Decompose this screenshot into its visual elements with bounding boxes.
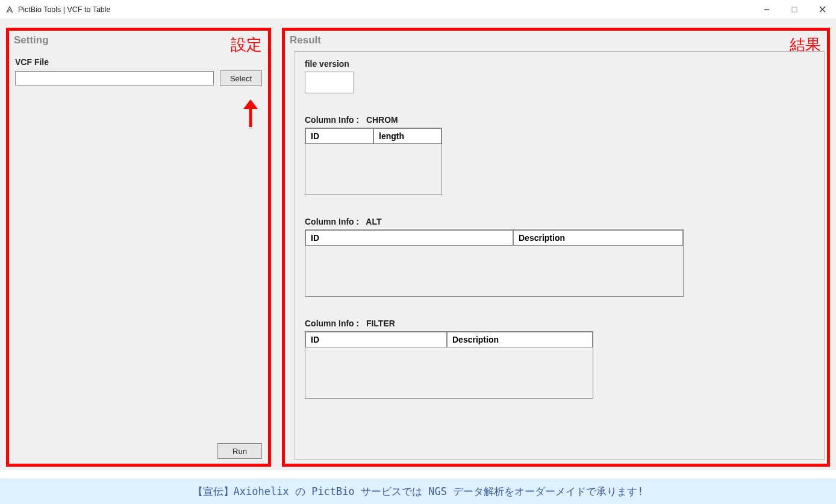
result-body: file version Column Info : CHROM ID leng… [285,51,827,460]
result-panel: Result 結果 file version Column Info : CHR… [282,28,830,467]
table-filter: ID Description [305,331,593,399]
vcf-file-row: Select [15,70,262,86]
window-title: PictBio Tools | VCF to Table [18,5,111,14]
footer-bar: 【宣伝】Axiohelix の PictBio サービスでは NGS データ解析… [0,479,836,504]
table-body-empty [305,347,593,398]
close-button[interactable] [808,0,836,19]
app-icon [5,5,14,14]
table-row: ID Description [305,332,593,347]
select-button[interactable]: Select [220,70,262,86]
table-alt: ID Description [305,229,684,297]
th-id: ID [305,332,447,347]
th-length: length [373,128,441,144]
vcf-file-label: VCF File [15,57,262,67]
svg-marker-5 [243,99,258,109]
th-description: Description [513,230,683,246]
table-row: ID Description [305,230,683,246]
table-body-empty [305,144,441,194]
minimize-button[interactable] [753,0,781,19]
result-header: Result [285,31,827,51]
file-version-label: file version [305,59,814,69]
arrow-up-icon [241,99,260,132]
footer-text: 【宣伝】Axiohelix の PictBio サービスでは NGS データ解析… [193,485,644,499]
file-version-box [305,72,354,93]
vcf-file-input[interactable] [15,71,214,86]
setting-header: Setting [9,31,268,51]
maximize-button[interactable] [781,0,808,19]
setting-panel: Setting 設定 VCF File Select Run [6,28,271,467]
column-info-chrom: Column Info : CHROM [305,115,814,125]
column-info-filter: Column Info : FILTER [305,319,814,328]
titlebar: PictBio Tools | VCF to Table [0,0,836,19]
table-body-empty [305,246,683,296]
svg-rect-1 [792,7,797,12]
table-chrom: ID length [305,128,442,195]
column-info-alt: Column Info : ALT [305,217,814,226]
th-description: Description [447,332,593,347]
table-row: ID length [305,128,441,144]
result-scroll-area[interactable]: file version Column Info : CHROM ID leng… [295,51,825,460]
setting-body: VCF File Select Run [9,51,268,464]
run-button[interactable]: Run [217,443,262,459]
window-controls [753,0,836,19]
th-id: ID [305,128,373,144]
content-area: Setting 設定 VCF File Select Run Result 結果… [0,19,836,470]
th-id: ID [305,230,513,246]
